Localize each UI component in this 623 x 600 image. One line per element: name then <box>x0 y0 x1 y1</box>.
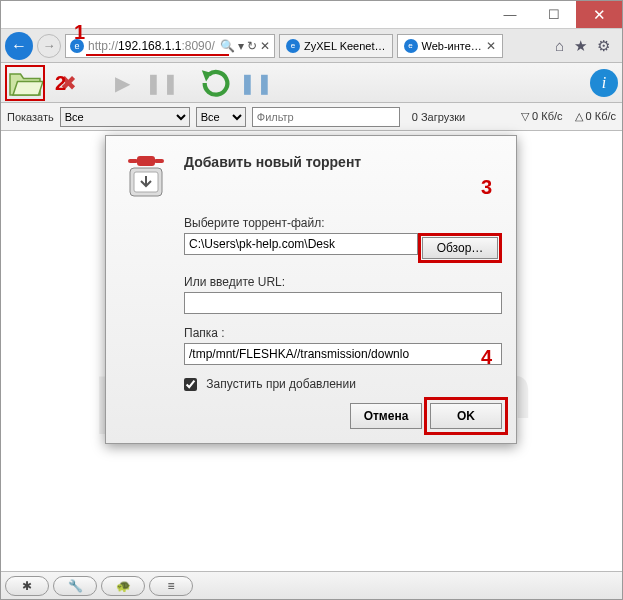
transmission-logo-icon <box>120 150 172 202</box>
pause-all-button[interactable]: ❚❚ <box>239 67 273 99</box>
tab-label: Web-инте… <box>422 40 482 52</box>
tab-favicon: e <box>286 39 300 53</box>
torrent-file-input[interactable] <box>184 233 418 255</box>
filter-select[interactable]: Все <box>60 107 190 127</box>
tab-label: ZyXEL Keenet… <box>304 40 386 52</box>
folder-input[interactable] <box>184 343 502 365</box>
close-button[interactable]: ✕ <box>576 1 622 28</box>
tools-icon[interactable]: ⚙ <box>597 37 610 55</box>
maximize-button[interactable]: ☐ <box>532 1 576 28</box>
dialog-title: Добавить новый торрент <box>184 150 361 202</box>
favorites-icon[interactable]: ★ <box>574 37 587 55</box>
pause-button[interactable]: ❚❚ <box>145 67 179 99</box>
file-label: Выберите торрент-файл: <box>184 216 502 230</box>
tracker-select[interactable]: Все <box>196 107 246 127</box>
compact-view-button[interactable]: ≡ <box>149 576 193 596</box>
home-icon[interactable]: ⌂ <box>555 37 564 55</box>
stop-icon[interactable]: ✕ <box>260 39 270 53</box>
torrent-count: 0 Загрузки <box>412 111 465 123</box>
resume-all-button[interactable] <box>199 67 233 99</box>
add-torrent-dialog: 3 4 Добавить новый торрент Выберите торр… <box>105 135 517 444</box>
download-speed: ▽ 0 Кб/с <box>521 110 563 123</box>
upload-speed: △ 0 Кб/с <box>575 110 617 123</box>
ok-button[interactable]: OK <box>430 403 502 429</box>
torrent-list: pk-help.com 3 4 Добавить новый торрент В… <box>1 131 622 571</box>
filter-bar: Показать Все Все 0 Загрузки ▽ 0 Кб/с △ 0… <box>1 103 622 131</box>
back-button[interactable]: ← <box>5 32 33 60</box>
forward-button[interactable]: → <box>37 34 61 58</box>
svg-rect-2 <box>137 156 155 166</box>
settings-button[interactable]: ✱ <box>5 576 49 596</box>
tab-zyxel[interactable]: e ZyXEL Keenet… <box>279 34 393 58</box>
page-favicon: e <box>70 39 84 53</box>
minimize-button[interactable]: — <box>488 1 532 28</box>
url-label: Или введите URL: <box>184 275 502 289</box>
annotation-underline <box>86 54 229 56</box>
filter-label: Показать <box>7 111 54 123</box>
open-torrent-button[interactable] <box>5 65 45 101</box>
url-text: http://192.168.1.1:8090/ <box>88 39 215 53</box>
browser-navbar: ← → e http://192.168.1.1:8090/ 🔍 ▾ ↻ ✕ e… <box>1 29 622 63</box>
url-dropdown-icon[interactable]: ▾ <box>238 39 244 53</box>
url-input[interactable] <box>184 292 502 314</box>
transmission-toolbar: ✖ ▶ ❚❚ ❚❚ i <box>1 63 622 103</box>
tab-web-interface[interactable]: e Web-инте… ✕ <box>397 34 503 58</box>
filter-input[interactable] <box>252 107 400 127</box>
svg-rect-4 <box>154 159 164 163</box>
address-bar[interactable]: e http://192.168.1.1:8090/ 🔍 ▾ ↻ ✕ <box>65 34 275 58</box>
start-when-added-label: Запустить при добавлении <box>206 377 356 391</box>
folder-label: Папка : <box>184 326 502 340</box>
tab-close-icon[interactable]: ✕ <box>486 39 496 53</box>
svg-rect-3 <box>128 159 138 163</box>
info-button[interactable]: i <box>590 69 618 97</box>
window-titlebar: — ☐ ✕ <box>1 1 622 29</box>
status-bar: ✱ 🔧 🐢 ≡ <box>1 571 622 599</box>
browse-button[interactable]: Обзор… <box>422 237 498 259</box>
remove-torrent-button[interactable]: ✖ <box>51 67 85 99</box>
start-button[interactable]: ▶ <box>105 67 139 99</box>
tab-favicon: e <box>404 39 418 53</box>
search-icon[interactable]: 🔍 <box>220 39 235 53</box>
cancel-button[interactable]: Отмена <box>350 403 422 429</box>
refresh-icon[interactable]: ↻ <box>247 39 257 53</box>
start-when-added-checkbox[interactable] <box>184 378 197 391</box>
turtle-mode-button[interactable]: 🐢 <box>101 576 145 596</box>
prefs-button[interactable]: 🔧 <box>53 576 97 596</box>
